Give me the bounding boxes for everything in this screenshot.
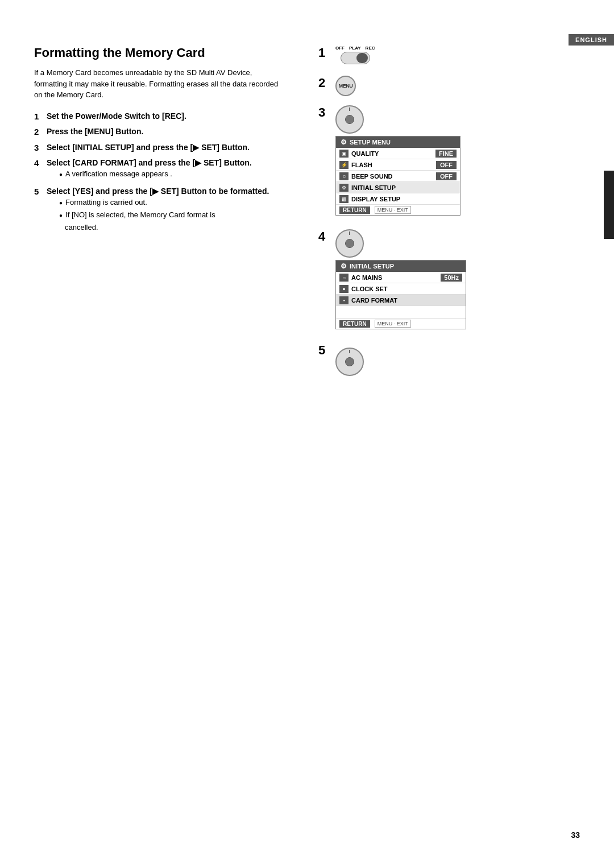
menu-button-diagram: MENU	[335, 76, 356, 96]
dial-diagram-5	[335, 348, 364, 376]
menu-row-initial-setup: ⚙ INITIAL SETUP	[336, 182, 460, 193]
quality-icon: ▣	[339, 150, 349, 158]
initial-setup-header-label: INITIAL SETUP	[350, 263, 394, 270]
step-3-text: Select [INITIAL SETUP] and press the [▶ …	[47, 142, 250, 154]
dial-tick-4	[349, 232, 350, 235]
clock-label: CLOCK SET	[351, 286, 462, 292]
right-step-1-content: OFF PLAY REC	[335, 46, 375, 67]
ac-icon: ⎓	[339, 274, 349, 282]
step-2-text: Press the [MENU] Button.	[47, 126, 143, 138]
right-step-3-num: 3	[318, 105, 335, 120]
page-title: Formatting the Memory Card	[34, 46, 307, 60]
right-column: 1 OFF PLAY REC 2	[318, 46, 580, 385]
step-1-num: 1	[34, 111, 47, 121]
initial-menu-row-card-format: ▪ CARD FORMAT	[336, 295, 466, 306]
menu-exit: MENU · EXIT	[375, 206, 411, 214]
dial-center-3	[345, 115, 354, 124]
dial-diagram-4	[335, 229, 364, 258]
menu-row-display-setup: ▩ DISPLAY SETUP	[336, 193, 460, 205]
right-step-3: 3 ⚙ SETUP MENU ▣ QUALITY	[318, 105, 580, 216]
step-5: 5 Select [YES] and press the [▶ SET] But…	[34, 186, 307, 235]
clock-icon: ●	[339, 285, 349, 293]
step-3-num: 3	[34, 143, 47, 152]
switch-label-off: OFF	[335, 46, 345, 51]
intro-text: If a Memory Card becomes unreadable by t…	[34, 67, 284, 101]
page-number: 33	[571, 830, 580, 840]
initial-setup-label: INITIAL SETUP	[351, 184, 457, 191]
initial-setup-header-icon: ⚙	[341, 262, 347, 270]
switch-diagram: OFF PLAY REC	[335, 46, 375, 64]
empty-row	[336, 306, 466, 319]
flash-label: FLASH	[351, 162, 436, 168]
step-4: 4 Select [CARD FORMAT] and press the [▶ …	[34, 158, 307, 181]
beep-value: OFF	[436, 172, 457, 180]
step-2: 2 Press the [MENU] Button.	[34, 126, 307, 138]
card-format-label: CARD FORMAT	[351, 297, 462, 304]
step-4-text: Select [CARD FORMAT] and press the [▶ SE…	[47, 158, 252, 167]
flash-value: OFF	[436, 161, 457, 169]
right-step-2-content: MENU	[335, 76, 356, 96]
step-5-num: 5	[34, 187, 47, 196]
step-4-num: 4	[34, 158, 47, 168]
setup-menu-footer: RETURN MENU · EXIT	[336, 205, 460, 215]
dial-tick-5	[349, 350, 350, 353]
page: ENGLISH Formatting the Memory Card If a …	[0, 0, 614, 868]
english-badge: ENGLISH	[569, 34, 614, 46]
step-5-text: Select [YES] and press the [▶ SET] Butto…	[47, 187, 269, 196]
initial-setup-menu-box: ⚙ INITIAL SETUP ⎓ AC MAINS 50Hz ● CLOCK …	[335, 260, 466, 329]
beep-label: BEEP SOUND	[351, 173, 436, 180]
setup-menu-header-label: SETUP MENU	[350, 139, 391, 146]
right-step-4-content: ⚙ INITIAL SETUP ⎓ AC MAINS 50Hz ● CLOCK …	[335, 229, 466, 329]
right-step-2-num: 2	[318, 76, 335, 90]
ac-label: AC MAINS	[351, 274, 441, 281]
right-tab	[604, 171, 614, 239]
beep-icon: ♫	[339, 172, 349, 180]
right-step-4-num: 4	[318, 229, 335, 244]
menu-row-quality: ▣ QUALITY FINE	[336, 148, 460, 159]
step-1-text: Set the Power/Mode Switch to [REC].	[47, 111, 186, 122]
left-column: Formatting the Memory Card If a Memory C…	[34, 46, 318, 385]
right-step-5-content	[335, 348, 364, 376]
switch-knob	[356, 53, 368, 63]
dial-diagram-3	[335, 105, 364, 134]
display-setup-label: DISPLAY SETUP	[351, 196, 457, 202]
dial-center-5	[345, 357, 354, 366]
right-step-4: 4 ⚙ INITIAL SETUP ⎓ AC MA	[318, 229, 580, 329]
right-step-2: 2 MENU	[318, 76, 580, 96]
initial-setup-footer: RETURN MENU · EXIT	[336, 319, 466, 329]
initial-menu-exit: MENU · EXIT	[375, 320, 411, 328]
right-step-1: 1 OFF PLAY REC	[318, 46, 580, 67]
step-5-bullet-1: Formatting is carried out.	[59, 197, 269, 208]
initial-menu-row-ac: ⎓ AC MAINS 50Hz	[336, 272, 466, 283]
right-step-5-num: 5	[318, 343, 335, 358]
right-step-1-num: 1	[318, 46, 335, 60]
switch-label-play: PLAY	[349, 46, 361, 51]
card-format-icon: ▪	[339, 296, 349, 304]
setup-menu-icon: ⚙	[341, 138, 347, 146]
dial-tick-3	[349, 108, 350, 111]
step-5-bullet-2: If [NO] is selected, the Memory Card for…	[59, 210, 269, 220]
setup-menu-header: ⚙ SETUP MENU	[336, 137, 460, 148]
switch-label-rec: REC	[366, 46, 375, 51]
right-step-5: 5	[318, 343, 580, 376]
step-5-indent: cancelled.	[65, 222, 269, 233]
menu-row-beep: ♫ BEEP SOUND OFF	[336, 171, 460, 182]
menu-row-flash: ⚡ FLASH OFF	[336, 159, 460, 171]
setup-menu-box: ⚙ SETUP MENU ▣ QUALITY FINE ⚡ FLASH OFF	[335, 136, 460, 216]
dial-center-4	[345, 239, 354, 248]
initial-setup-icon: ⚙	[339, 184, 349, 192]
right-step-3-content: ⚙ SETUP MENU ▣ QUALITY FINE ⚡ FLASH OFF	[335, 105, 460, 216]
ac-value: 50Hz	[441, 274, 462, 282]
return-button: RETURN	[339, 206, 370, 214]
step-3: 3 Select [INITIAL SETUP] and press the […	[34, 142, 307, 154]
quality-label: QUALITY	[351, 150, 435, 157]
flash-icon: ⚡	[339, 161, 349, 169]
display-setup-icon: ▩	[339, 195, 349, 203]
initial-menu-row-clock: ● CLOCK SET	[336, 283, 466, 295]
switch-body	[341, 52, 370, 64]
step-2-num: 2	[34, 127, 47, 137]
step-1: 1 Set the Power/Mode Switch to [REC].	[34, 111, 307, 122]
quality-value: FINE	[435, 150, 457, 158]
switch-labels: OFF PLAY REC	[335, 46, 375, 51]
step-4-bullet: A verification message appears .	[59, 169, 252, 179]
